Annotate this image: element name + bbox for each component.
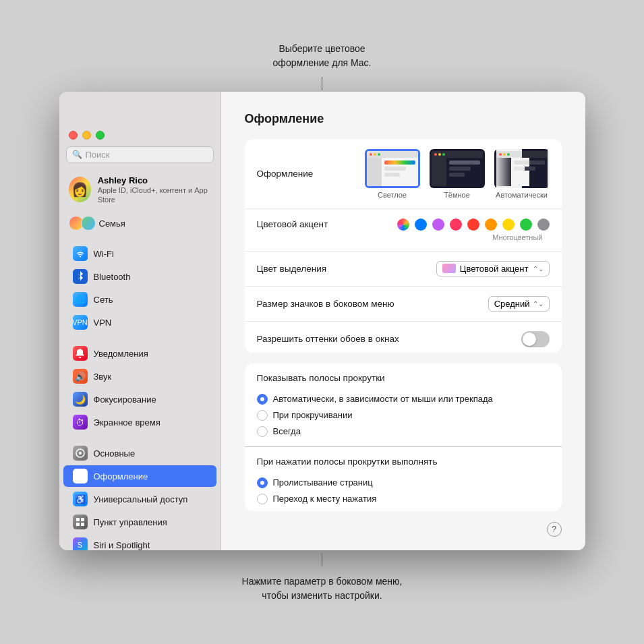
sidebar-item-bluetooth[interactable]: Bluetooth (63, 266, 216, 287)
control-label: Пункт управления (94, 517, 167, 527)
highlight-color-button[interactable]: Цветовой акцент ⌃⌄ (436, 261, 550, 276)
notifications-label: Уведомления (94, 349, 148, 359)
wallpaper-tinting-label: Разрешить оттенки обоев в окнах (257, 334, 521, 344)
appearance-row: Оформление (245, 140, 562, 209)
sidebar-item-wifi[interactable]: Wi-Fi (63, 243, 216, 264)
scroll-click-group: При нажатии полосы прокрутки выполнять П… (245, 447, 562, 511)
sidebar-item-sound[interactable]: 🔊 Звук (63, 365, 216, 387)
family-avatars (69, 216, 93, 231)
focus-icon: 🌙 (73, 392, 88, 407)
sidebar-item-notifications[interactable]: Уведомления (63, 343, 216, 364)
callout-line-bottom (322, 553, 322, 566)
scroll-jump-spot-option[interactable]: Переход к месту нажатия (257, 494, 550, 504)
highlight-chevron-icon: ⌃⌄ (533, 265, 544, 272)
scroll-always-label: Всегда (273, 426, 301, 436)
sidebar-item-screentime[interactable]: ⏱ Экранное время (63, 411, 216, 433)
scroll-always-radio[interactable] (257, 426, 268, 437)
siri-label: Siri и Spotlight (94, 540, 150, 550)
wifi-icon (73, 246, 88, 261)
scroll-jump-spot-label: Переход к месту нажатия (273, 494, 377, 504)
scroll-jump-page-radio[interactable] (257, 477, 268, 488)
help-container: ? (245, 522, 562, 537)
wifi-label: Wi-Fi (94, 249, 114, 259)
highlight-color-value: Цветовой акцент (460, 264, 529, 274)
family-avatar-2 (81, 216, 96, 231)
sidebar-icon-size-value: Средний (494, 299, 530, 309)
swatch-orange[interactable] (485, 218, 497, 231)
swatch-purple[interactable] (432, 218, 444, 231)
maximize-button[interactable] (96, 131, 105, 140)
swatch-multicolor-container (397, 218, 409, 231)
sidebar-icon-size-button[interactable]: Средний ⌃⌄ (488, 296, 550, 312)
scroll-jump-spot-radio[interactable] (257, 494, 268, 504)
appearance-dark-option[interactable]: Тёмное (430, 149, 485, 199)
scroll-scrolling-option[interactable]: При прокручивании (257, 410, 550, 421)
sidebar-item-focus[interactable]: 🌙 Фокусирование (63, 388, 216, 410)
highlight-color-label: Цвет выделения (257, 264, 436, 274)
tooltip-bottom: Нажмите параметр в боковом меню, чтобы и… (242, 575, 403, 603)
minimize-button[interactable] (82, 131, 91, 140)
svg-rect-7 (81, 523, 84, 526)
light-thumb-label: Светлое (378, 191, 407, 199)
swatch-pink[interactable] (450, 218, 462, 231)
appearance-auto-option[interactable]: Автоматически (494, 149, 550, 199)
sidebar-item-vpn[interactable]: VPN VPN (63, 312, 216, 333)
sound-label: Звук (94, 372, 112, 382)
appearance-light-option[interactable]: Светлое (365, 149, 420, 199)
scroll-bars-group: Показывать полосы прокрутки Автоматическ… (245, 363, 562, 446)
scroll-bars-card: Показывать полосы прокрутки Автоматическ… (245, 363, 562, 511)
appearance-options: Светлое (365, 149, 550, 199)
svg-point-1 (79, 452, 82, 455)
vpn-icon: VPN (73, 315, 88, 330)
callout-bottom: Нажмите параметр в боковом меню, чтобы и… (242, 553, 403, 603)
swatch-yellow[interactable] (502, 218, 515, 231)
highlight-color-control: Цветовой акцент ⌃⌄ (436, 261, 550, 276)
sidebar-item-accessibility[interactable]: ♿ Универсальный доступ (63, 488, 216, 510)
appearance-label: Оформление (94, 471, 148, 481)
sidebar: 🔍 Поиск 👩 Ashley Rico Apple ID, iCloud+,… (59, 92, 221, 550)
screentime-label: Экранное время (94, 417, 160, 428)
swatch-graphite[interactable] (537, 218, 550, 231)
svg-rect-4 (76, 518, 80, 521)
accessibility-icon: ♿ (73, 492, 88, 506)
scroll-auto-option[interactable]: Автоматически, в зависимости от мыши или… (257, 394, 550, 405)
sidebar-item-family[interactable]: Семья (59, 212, 221, 234)
swatch-green[interactable] (520, 218, 532, 231)
sidebar-item-general[interactable]: Основные (63, 442, 216, 464)
screentime-icon: ⏱ (73, 415, 88, 430)
notifications-icon (73, 346, 88, 361)
search-bar[interactable]: 🔍 Поиск (66, 146, 214, 163)
sidebar-item-appearance[interactable]: Оформление (63, 465, 216, 487)
network-label: Сеть (94, 295, 113, 305)
sidebar-item-siri[interactable]: S Siri и Spotlight (63, 534, 216, 550)
sound-icon: 🔊 (73, 369, 88, 384)
scroll-scrolling-radio[interactable] (257, 410, 268, 421)
search-placeholder: Поиск (86, 150, 110, 160)
dark-thumb-label: Тёмное (444, 191, 470, 199)
scroll-auto-radio[interactable] (257, 394, 268, 405)
vpn-label: VPN (94, 318, 112, 328)
scroll-always-option[interactable]: Всегда (257, 426, 550, 437)
close-button[interactable] (69, 131, 78, 140)
general-label: Основные (94, 448, 136, 459)
svg-rect-6 (76, 523, 80, 526)
user-section[interactable]: 👩 Ashley Rico Apple ID, iCloud+, контент… (59, 171, 221, 213)
wallpaper-tinting-toggle[interactable] (521, 331, 550, 347)
scroll-jump-page-option[interactable]: Пролистывание страниц (257, 477, 550, 488)
network-icon: 🌐 (73, 292, 88, 307)
bluetooth-label: Bluetooth (94, 272, 131, 282)
dark-thumb (430, 149, 485, 188)
siri-icon: S (73, 537, 88, 550)
swatch-multicolor[interactable] (397, 218, 409, 231)
swatch-red[interactable] (467, 218, 479, 231)
wallpaper-tinting-row: Разрешить оттенки обоев в окнах (245, 322, 562, 353)
swatch-blue[interactable] (415, 218, 427, 231)
sidebar-item-control[interactable]: Пункт управления (63, 511, 216, 533)
section-title: Оформление (245, 112, 562, 126)
appearance-icon (73, 469, 88, 484)
bluetooth-icon (73, 269, 88, 284)
control-icon (73, 515, 88, 529)
help-button[interactable]: ? (547, 522, 562, 537)
sidebar-item-network[interactable]: 🌐 Сеть (63, 289, 216, 310)
system-preferences-window: 🔍 Поиск 👩 Ashley Rico Apple ID, iCloud+,… (59, 92, 585, 550)
